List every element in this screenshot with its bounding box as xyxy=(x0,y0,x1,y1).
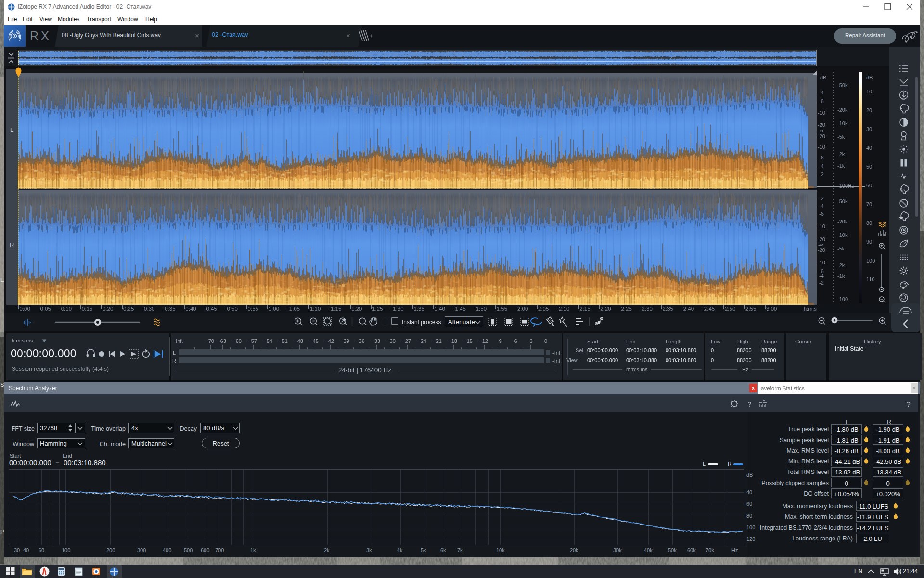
svg-text:?: ? xyxy=(747,400,751,408)
svg-text:Ss: Ss xyxy=(900,187,905,192)
